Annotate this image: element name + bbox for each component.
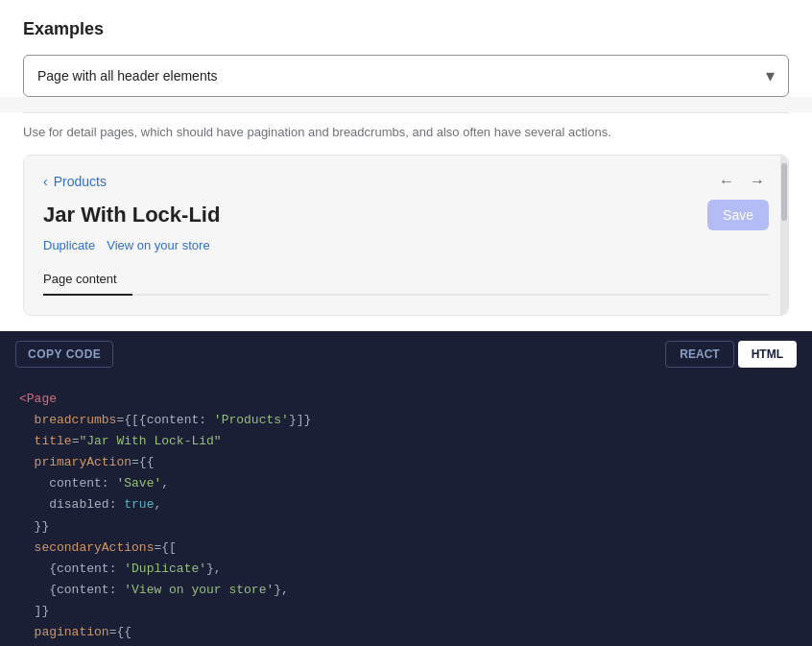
- code-line-7: }}: [19, 516, 793, 538]
- copy-code-button[interactable]: COPY CODE: [15, 341, 113, 368]
- breadcrumb[interactable]: ‹ Products: [43, 174, 107, 189]
- code-line-8: secondaryActions={[: [19, 538, 793, 559]
- secondary-actions: Duplicate View on your store: [43, 238, 769, 252]
- html-tab[interactable]: HTML: [738, 341, 797, 368]
- code-area: <Page breadcrumbs={[{content: 'Products'…: [0, 377, 812, 646]
- code-line-10: {content: 'View on your store'},: [19, 580, 793, 601]
- next-arrow-icon[interactable]: →: [746, 171, 769, 192]
- description-text: Use for detail pages, which should have …: [23, 112, 789, 155]
- preview-card: ‹ Products ← → Jar With Lock-Lid Save Du…: [23, 155, 789, 316]
- code-toolbar: COPY CODE REACT HTML: [0, 331, 812, 377]
- save-button[interactable]: Save: [707, 200, 769, 230]
- code-line-1: <Page: [19, 389, 793, 410]
- breadcrumb-label: Products: [54, 174, 107, 189]
- scrollbar[interactable]: [780, 156, 788, 315]
- code-line-3: title="Jar With Lock-Lid": [19, 431, 793, 452]
- view-on-store-link[interactable]: View on your store: [107, 238, 209, 252]
- code-section: COPY CODE REACT HTML <Page breadcrumbs={…: [0, 331, 812, 646]
- code-line-2: breadcrumbs={[{content: 'Products'}]}: [19, 410, 793, 431]
- code-line-6: disabled: true,: [19, 494, 793, 515]
- dropdown[interactable]: Page with all header elements ▾: [23, 55, 789, 97]
- pagination-nav: ← →: [715, 171, 769, 192]
- lang-tabs: REACT HTML: [665, 341, 797, 368]
- chevron-left-icon: ‹: [43, 174, 48, 189]
- tab-page-content[interactable]: Page content: [43, 264, 132, 296]
- chevron-down-icon: ▾: [766, 65, 775, 86]
- tabs-row: Page content: [43, 264, 769, 296]
- duplicate-link[interactable]: Duplicate: [43, 238, 95, 252]
- preview-section: Use for detail pages, which should have …: [0, 112, 812, 331]
- prev-arrow-icon[interactable]: ←: [715, 171, 738, 192]
- examples-title: Examples: [23, 19, 789, 39]
- code-line-9: {content: 'Duplicate'},: [19, 559, 793, 580]
- page-title: Jar With Lock-Lid: [43, 203, 220, 227]
- breadcrumb-row: ‹ Products ← →: [43, 171, 769, 192]
- preview-inner: ‹ Products ← → Jar With Lock-Lid Save Du…: [24, 156, 788, 315]
- page-title-row: Jar With Lock-Lid Save: [43, 200, 769, 230]
- code-line-12: pagination={{: [19, 622, 793, 643]
- top-section: Examples Page with all header elements ▾: [0, 0, 812, 97]
- page-wrapper: Examples Page with all header elements ▾…: [0, 0, 812, 646]
- code-line-11: ]}: [19, 601, 793, 622]
- code-line-5: content: 'Save',: [19, 473, 793, 494]
- code-line-4: primaryAction={{: [19, 452, 793, 473]
- dropdown-label: Page with all header elements: [37, 68, 218, 84]
- scrollbar-thumb: [781, 163, 787, 221]
- react-tab[interactable]: REACT: [665, 341, 733, 368]
